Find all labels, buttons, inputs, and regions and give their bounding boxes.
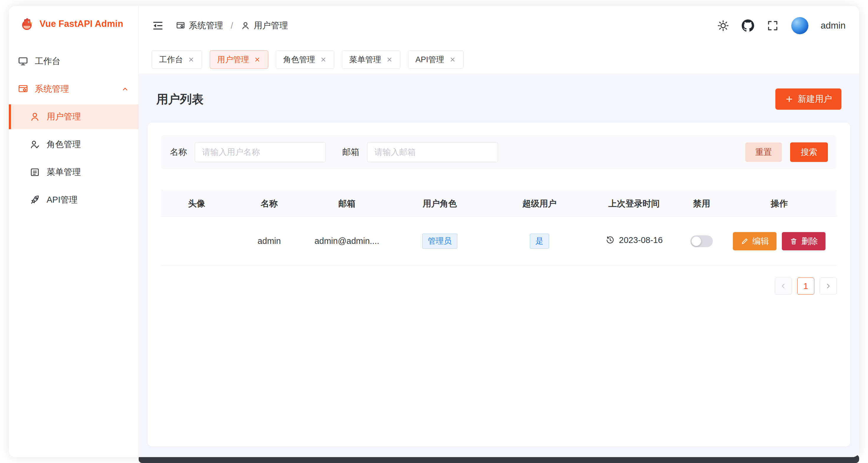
col-role: 用户角色 [388, 191, 492, 217]
col-superuser: 超级用户 [492, 191, 587, 217]
user-list-card: 名称 邮箱 重置 搜索 [148, 123, 850, 447]
clock-history-icon [606, 235, 615, 245]
username-label[interactable]: admin [821, 20, 845, 31]
avatar-cell [161, 217, 232, 266]
sidebar-item-system[interactable]: 系统管理 [9, 77, 138, 101]
tab-users[interactable]: 用户管理 [210, 51, 268, 69]
toggle-knob [691, 236, 701, 246]
github-icon[interactable] [742, 20, 754, 32]
sidebar-item-workbench[interactable]: 工作台 [9, 49, 138, 74]
col-name: 名称 [232, 191, 306, 217]
name-input[interactable] [195, 142, 326, 162]
sidebar-collapse-icon[interactable] [152, 20, 164, 32]
sidebar-item-menus[interactable]: 菜单管理 [9, 160, 138, 185]
email-input[interactable] [367, 142, 498, 162]
fullscreen-icon[interactable] [767, 20, 779, 32]
tab-label: API管理 [415, 54, 444, 65]
workbench-icon [18, 56, 28, 67]
api-rocket-icon [30, 195, 40, 205]
search-button[interactable]: 搜索 [790, 142, 828, 162]
breadcrumb-system[interactable]: 系统管理 [176, 20, 223, 32]
menu-list-icon [30, 167, 40, 177]
sidebar-item-apis[interactable]: API管理 [9, 188, 138, 212]
disabled-toggle[interactable] [690, 235, 713, 247]
actions-cell: 编辑 删除 [722, 217, 837, 266]
tab-workbench[interactable]: 工作台 [152, 51, 202, 69]
col-email: 邮箱 [306, 191, 388, 217]
sidebar-item-label: API管理 [46, 194, 78, 206]
role-cell: 管理员 [388, 217, 492, 266]
user-icon [241, 21, 250, 30]
user-avatar[interactable] [791, 17, 808, 34]
app-title: Vue FastAPI Admin [39, 19, 123, 29]
app-logo: Vue FastAPI Admin [9, 6, 138, 42]
close-icon[interactable] [320, 56, 327, 63]
col-last-login: 上次登录时间 [587, 191, 682, 217]
query-bar: 名称 邮箱 重置 搜索 [161, 135, 837, 169]
page-content: 用户列表 新建用户 名称 邮箱 [139, 74, 859, 457]
email-cell: admin@admin.... [306, 217, 388, 266]
sidebar-item-label: 用户管理 [46, 111, 81, 123]
delete-button[interactable]: 删除 [782, 232, 826, 251]
pagination-page-1[interactable]: 1 [797, 277, 814, 295]
table-row: admin admin@admin.... 管理员 是 [161, 217, 837, 266]
delete-button-label: 删除 [801, 236, 818, 247]
last-login-cell: 2023-08-16 [587, 217, 682, 266]
page-header: 用户列表 新建用户 [156, 89, 841, 110]
tab-label: 菜单管理 [349, 54, 381, 65]
col-avatar: 头像 [161, 191, 232, 217]
new-user-button[interactable]: 新建用户 [775, 89, 841, 110]
close-icon[interactable] [254, 56, 261, 63]
superuser-tag: 是 [530, 234, 549, 248]
sidebar: Vue FastAPI Admin 工作台 系统管理 [9, 6, 139, 457]
theme-toggle-sun-icon[interactable] [717, 20, 729, 32]
tab-label: 用户管理 [217, 54, 249, 65]
top-header: 系统管理 / 用户管理 [139, 6, 859, 45]
pagination-next-icon[interactable] [819, 277, 837, 295]
sidebar-item-label: 菜单管理 [46, 166, 81, 178]
edit-button[interactable]: 编辑 [733, 232, 777, 251]
system-settings-icon [176, 21, 185, 30]
tab-menus[interactable]: 菜单管理 [342, 51, 400, 69]
last-login-value: 2023-08-16 [619, 235, 663, 245]
open-tabs-bar: 工作台 用户管理 角色管理 菜单管理 API管理 [139, 45, 859, 74]
sidebar-item-label: 角色管理 [46, 139, 81, 151]
pencil-icon [741, 237, 749, 245]
plus-icon [785, 95, 794, 103]
sidebar-item-roles[interactable]: 角色管理 [9, 132, 138, 157]
breadcrumb: 系统管理 / 用户管理 [176, 20, 288, 32]
pagination-prev-icon[interactable] [775, 277, 792, 295]
close-icon[interactable] [188, 56, 195, 63]
name-label: 名称 [170, 146, 187, 158]
col-disabled: 禁用 [681, 191, 722, 217]
user-icon [30, 111, 40, 122]
superuser-cell: 是 [492, 217, 587, 266]
role-icon [30, 139, 40, 150]
name-cell: admin [232, 217, 306, 266]
close-icon[interactable] [449, 56, 456, 63]
tab-apis[interactable]: API管理 [408, 51, 464, 69]
table-header-row: 头像 名称 邮箱 用户角色 超级用户 上次登录时间 禁用 操作 [161, 191, 837, 217]
sidebar-item-users[interactable]: 用户管理 [9, 104, 138, 129]
tab-roles[interactable]: 角色管理 [276, 51, 334, 69]
reset-button[interactable]: 重置 [745, 142, 782, 162]
trash-icon [789, 237, 798, 245]
col-actions: 操作 [722, 191, 837, 217]
close-icon[interactable] [386, 56, 393, 63]
main-area: 系统管理 / 用户管理 [139, 6, 859, 457]
email-query-group: 邮箱 [342, 142, 498, 162]
chevron-up-icon [121, 85, 129, 94]
sidebar-menu: 工作台 系统管理 用户管理 角 [9, 42, 138, 215]
header-actions: admin [717, 17, 845, 34]
disabled-cell [681, 217, 722, 266]
role-tag: 管理员 [422, 234, 457, 248]
email-label: 邮箱 [342, 146, 359, 158]
breadcrumb-label: 用户管理 [254, 20, 288, 32]
rooster-logo-icon [19, 16, 34, 32]
breadcrumb-users[interactable]: 用户管理 [241, 20, 288, 32]
sidebar-item-label: 系统管理 [35, 83, 69, 95]
breadcrumb-separator: / [231, 21, 233, 31]
tab-label: 工作台 [159, 54, 183, 65]
pagination: 1 [161, 277, 837, 295]
app-window: Vue FastAPI Admin 工作台 系统管理 [9, 6, 859, 457]
